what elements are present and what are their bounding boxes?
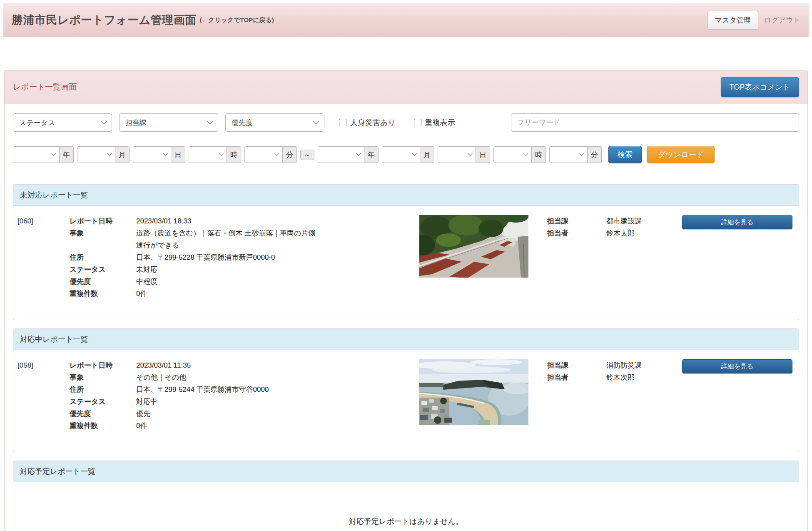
logout-link[interactable]: ログアウト — [764, 15, 800, 25]
status-label: ステータス — [70, 263, 136, 276]
address-label: 住所 — [70, 251, 136, 263]
status-label: ステータス — [70, 396, 136, 408]
priority-value: 優先 — [136, 408, 319, 420]
from-month-select[interactable] — [77, 146, 115, 163]
priority-select[interactable]: 優先度 — [225, 113, 324, 132]
year-unit-label: 年 — [364, 146, 379, 163]
detail-button[interactable]: 詳細を見る — [682, 215, 792, 229]
status-value: 未対応 — [136, 263, 319, 276]
from-minute-select[interactable] — [244, 146, 283, 163]
section-planned: 対応予定レポート一覧 対応予定レポートはありません。 — [13, 461, 799, 531]
event-label: 事象 — [70, 227, 136, 251]
panel-heading: レポート一覧画面 TOP表示コメント — [5, 70, 807, 104]
duplicate-checkbox-label: 重複表示 — [414, 118, 455, 128]
duplicates-value: 0件 — [136, 288, 319, 300]
duplicates-label: 重複件数 — [70, 420, 136, 432]
assignee-value: 鈴木太郎 — [606, 227, 672, 239]
report-list-panel: レポート一覧画面 TOP表示コメント ステータス 担当課 優先度 人身災害あり — [4, 70, 808, 531]
top-comment-button[interactable]: TOP表示コメント — [721, 77, 799, 97]
address-label: 住所 — [70, 383, 136, 396]
empty-message: 対応予定レポートはありません。 — [13, 482, 799, 531]
filter-row-dates: 年 月 日 時 分 ～ 年 — [13, 146, 799, 163]
status-select[interactable]: ステータス — [13, 113, 112, 132]
detail-button[interactable]: 詳細を見る — [682, 359, 792, 373]
from-day-select[interactable] — [133, 146, 171, 163]
search-button[interactable]: 検索 — [608, 146, 642, 163]
datetime-value: 2023/03/01 18:33 — [136, 215, 319, 227]
from-year-select[interactable] — [13, 146, 60, 163]
section-title: 対応中レポート一覧 — [13, 329, 799, 350]
event-value: その他｜その他 — [136, 371, 319, 383]
hour-unit-label: 時 — [532, 146, 546, 163]
report-id: [060] — [13, 215, 70, 227]
to-hour-select[interactable] — [493, 146, 532, 163]
to-year-group: 年 — [318, 146, 379, 163]
year-unit-label: 年 — [60, 146, 74, 163]
assignee-label: 担当者 — [547, 371, 606, 383]
address-value: 日本、〒299-5244 千葉県勝浦市守谷0000 — [136, 383, 319, 396]
freeword-input[interactable] — [511, 113, 799, 132]
report-id: [058] — [13, 359, 70, 371]
chevron-down-icon — [101, 118, 107, 124]
event-value: 道路（農道を含む）｜落石・倒木 土砂崩落｜車両の片側通行ができる — [136, 227, 319, 251]
to-month-group: 月 — [382, 146, 434, 163]
from-hour-select[interactable] — [189, 146, 227, 163]
datetime-value: 2023/03/01 11:35 — [136, 359, 319, 371]
duplicate-checkbox[interactable] — [414, 119, 421, 126]
to-hour-group: 時 — [493, 146, 546, 163]
day-unit-label: 日 — [171, 146, 185, 163]
download-button[interactable]: ダウンロード — [647, 146, 715, 163]
chevron-down-icon — [412, 151, 416, 156]
chevron-down-icon — [163, 151, 167, 156]
month-unit-label: 月 — [420, 146, 434, 163]
duplicates-label: 重複件数 — [70, 288, 136, 300]
report-details: レポート日時 2023/03/01 11:35 事象 その他｜その他 住所 日本… — [70, 359, 319, 432]
from-month-group: 月 — [77, 146, 130, 163]
chevron-down-icon — [313, 118, 319, 124]
to-year-select[interactable] — [318, 146, 364, 163]
chevron-down-icon — [523, 151, 528, 156]
report-details: レポート日時 2023/03/01 18:33 事象 道路（農道を含む）｜落石・… — [70, 215, 319, 300]
address-value: 日本、〒299-5228 千葉県勝浦市新戸0000-0 — [136, 251, 319, 263]
injury-checkbox[interactable] — [339, 119, 346, 126]
chevron-down-icon — [356, 151, 361, 156]
month-unit-label: 月 — [115, 146, 130, 163]
from-hour-group: 時 — [189, 146, 241, 163]
section-untouched: 未対応レポート一覧 [060] レポート日時 2023/03/01 18:33 … — [13, 184, 799, 320]
app-title-hint: (←クリックでTOPに戻る) — [200, 16, 274, 24]
report-photo-road — [419, 215, 528, 278]
day-unit-label: 日 — [476, 146, 490, 163]
chevron-down-icon — [207, 118, 213, 124]
priority-value: 中程度 — [136, 276, 319, 288]
priority-label: 優先度 — [70, 408, 136, 420]
datetime-label: レポート日時 — [70, 215, 136, 227]
event-label: 事象 — [70, 371, 136, 383]
report-assignment: 担当課 都市建設課 担当者 鈴木太郎 — [547, 215, 672, 239]
from-minute-group: 分 — [244, 146, 297, 163]
department-label: 担当課 — [547, 215, 606, 227]
app-header: 勝浦市民レポートフォーム管理画面 (←クリックでTOPに戻る) マスタ管理 ログ… — [3, 3, 809, 37]
chevron-down-icon — [107, 151, 112, 156]
master-admin-button[interactable]: マスタ管理 — [707, 11, 758, 30]
to-day-group: 日 — [438, 146, 490, 163]
section-title: 未対応レポート一覧 — [13, 185, 799, 206]
section-in-progress: 対応中レポート一覧 [058] レポート日時 2023/03/01 11:35 … — [13, 328, 799, 452]
from-day-group: 日 — [133, 146, 185, 163]
minute-unit-label: 分 — [283, 146, 297, 163]
to-minute-select[interactable] — [549, 146, 588, 163]
assignee-label: 担当者 — [547, 227, 606, 239]
injury-checkbox-label: 人身災害あり — [339, 118, 396, 128]
report-assignment: 担当課 消防防災課 担当者 鈴木次郎 — [547, 359, 672, 383]
to-day-select[interactable] — [438, 146, 476, 163]
priority-label: 優先度 — [70, 276, 136, 288]
chevron-down-icon — [219, 151, 223, 156]
to-month-select[interactable] — [382, 146, 420, 163]
minute-unit-label: 分 — [588, 146, 602, 163]
chevron-down-icon — [51, 151, 56, 156]
app-title[interactable]: 勝浦市民レポートフォーム管理画面 — [12, 13, 197, 28]
department-select[interactable]: 担当課 — [119, 113, 218, 132]
department-label: 担当課 — [547, 359, 606, 371]
header-actions: マスタ管理 ログアウト — [707, 11, 800, 30]
chevron-down-icon — [274, 151, 279, 156]
status-value: 対応中 — [136, 396, 319, 408]
